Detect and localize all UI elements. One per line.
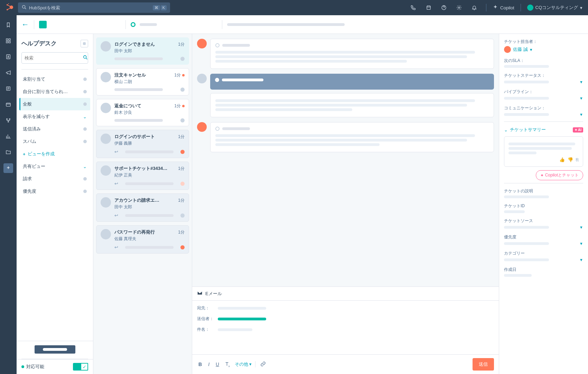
sidebar-item[interactable]: 送信済み [19, 123, 90, 135]
chevron-down-icon: ▼ [579, 225, 583, 229]
global-search[interactable]: ⌘K [18, 2, 170, 13]
count-dot-icon [83, 190, 87, 193]
sidebar-search[interactable] [21, 52, 88, 64]
notifications-icon[interactable] [469, 2, 480, 13]
composer-body[interactable] [197, 335, 494, 352]
ticket-item[interactable]: パスワードの再発行1分佐藤 真理夫↩ [96, 225, 189, 254]
subject-field[interactable]: 件名： [197, 324, 494, 335]
link-button[interactable] [259, 361, 267, 368]
send-button[interactable]: 送信 [473, 358, 494, 371]
sidebar-item-label: 表示を減らす [23, 113, 83, 120]
settings-icon[interactable] [454, 2, 465, 13]
svg-rect-8 [9, 39, 10, 40]
ticket-item[interactable]: ログインのサポート1分伊藤 義勝↩ [96, 130, 189, 158]
ticket-item[interactable]: アカウントの請求エ…1分田中 太郎↩ [96, 193, 189, 222]
ticket-contact: 鈴木 沙良 [114, 110, 185, 116]
ticket-item[interactable]: サポートチケット#3434…1分紀伊 正美↩ [96, 162, 189, 190]
svg-rect-7 [6, 39, 8, 40]
commerce-icon[interactable] [3, 100, 13, 109]
avatar-icon [101, 197, 111, 208]
content-icon[interactable] [3, 84, 13, 93]
help-icon[interactable] [438, 2, 449, 13]
owner-select[interactable]: 佐藤 誠 ▾ [504, 46, 583, 53]
helpdesk-sidebar: ヘルプデスク 未割り当て自分に割り当てられ…全般表示を減らす⌄送信済みスパム+ビ… [17, 34, 93, 374]
sla-dot-icon [182, 105, 185, 107]
availability-toggle[interactable]: ✓ [73, 363, 88, 371]
bookmark-icon[interactable] [3, 20, 13, 30]
source-select[interactable]: ▼ [504, 225, 583, 229]
copilot-chat-button[interactable]: ✦ Copilotとチャット [536, 170, 583, 180]
more-formatting[interactable]: その他 ▾ [235, 361, 252, 367]
bold-button[interactable]: B [197, 361, 203, 368]
chevron-down-icon: ▾ [580, 5, 582, 10]
ticket-item[interactable]: ログインできません1分田中 太郎 [96, 37, 189, 65]
communication-select[interactable]: ▼ [504, 112, 583, 117]
status-dot-icon [180, 57, 185, 61]
sidebar-item[interactable]: +ビューを作成 [19, 148, 90, 160]
pipeline-select[interactable]: ▼ [504, 96, 583, 100]
status-dot-icon [180, 182, 185, 186]
svg-point-4 [22, 5, 25, 8]
avatar-icon [197, 122, 207, 132]
copilot-button[interactable]: Copilot [493, 4, 514, 11]
search-icon [83, 55, 88, 61]
chevron-down-icon: ▾ [530, 47, 532, 52]
global-search-input[interactable] [29, 5, 153, 10]
chevron-down-icon: ▼ [579, 112, 583, 117]
phone-icon[interactable] [408, 2, 419, 13]
chevron-down-icon: ▼ [579, 258, 583, 262]
from-field[interactable]: 送信者： [197, 313, 494, 324]
apps-icon[interactable] [3, 36, 13, 46]
contacts-icon[interactable] [3, 52, 13, 62]
marketing-icon[interactable] [3, 68, 13, 77]
sidebar-item[interactable]: スパム [19, 135, 90, 148]
back-button[interactable]: ← [21, 20, 29, 29]
marketplace-icon[interactable] [423, 2, 434, 13]
ticket-subject: 注文キャンセル [114, 72, 146, 78]
summary-toggle[interactable]: ⌄ チケットサマリー [504, 127, 546, 133]
sidebar-action-button[interactable] [35, 345, 75, 354]
library-icon[interactable] [3, 147, 13, 157]
ticket-item[interactable]: 注文キャンセル1分横山 二朗 [96, 68, 189, 95]
sidebar-item[interactable]: 全般 [19, 98, 90, 110]
sidebar-search-input[interactable] [25, 55, 83, 61]
count-dot-icon [83, 90, 87, 93]
count-dot-icon [83, 102, 87, 106]
thumbs-up-icon[interactable]: 👍 [559, 157, 565, 162]
copy-icon[interactable]: ⎘ [576, 157, 579, 162]
automation-icon[interactable] [3, 116, 13, 125]
sidebar-item[interactable]: 表示を減らす⌄ [19, 110, 90, 123]
chevron-down-icon: ▼ [579, 241, 583, 246]
status-select[interactable]: ▼ [504, 80, 583, 84]
text-format-button[interactable]: Tx [224, 361, 231, 368]
ticket-item[interactable]: 返金について1分鈴木 沙良 [96, 99, 189, 126]
chevron-down-icon: ▼ [579, 96, 583, 100]
priority-select[interactable]: ▼ [504, 241, 583, 246]
reply-icon: ↩ [114, 181, 118, 186]
to-field[interactable]: 宛先： [197, 303, 494, 313]
avatar-icon [101, 103, 111, 113]
sidebar-item[interactable]: 自分に割り当てられ… [19, 85, 90, 98]
sidebar-item-label: 共有ビュー [23, 163, 83, 170]
sidebar-item[interactable]: 共有ビュー⌄ [19, 160, 90, 173]
status-dot-icon [180, 150, 185, 154]
sidebar-item[interactable]: 優先度 [19, 185, 90, 198]
email-icon [197, 290, 203, 297]
underline-button[interactable]: U [214, 361, 221, 368]
sidebar-item[interactable]: 未割り当て [19, 73, 90, 85]
top-bar: ⌘K Copilot CQコンサルティング ▾ [0, 0, 588, 15]
ai-icon[interactable] [3, 163, 13, 173]
sidebar-item[interactable]: 請求 [19, 173, 90, 185]
composer-channel-tab[interactable]: Eメール [192, 287, 499, 301]
category-select[interactable]: ▼ [504, 258, 583, 262]
chevron-down-icon: ⌄ [83, 114, 87, 119]
reporting-icon[interactable] [3, 131, 13, 141]
search-shortcut: ⌘K [153, 5, 167, 10]
status-dot-icon [180, 118, 185, 122]
italic-button[interactable]: I [207, 361, 211, 368]
sidebar-item-label: スパム [23, 138, 83, 145]
ticket-id-value [504, 210, 583, 213]
thumbs-down-icon[interactable]: 👎 [568, 157, 573, 162]
sidebar-collapse-button[interactable] [81, 40, 88, 47]
account-menu[interactable]: CQコンサルティング ▾ [527, 4, 583, 11]
